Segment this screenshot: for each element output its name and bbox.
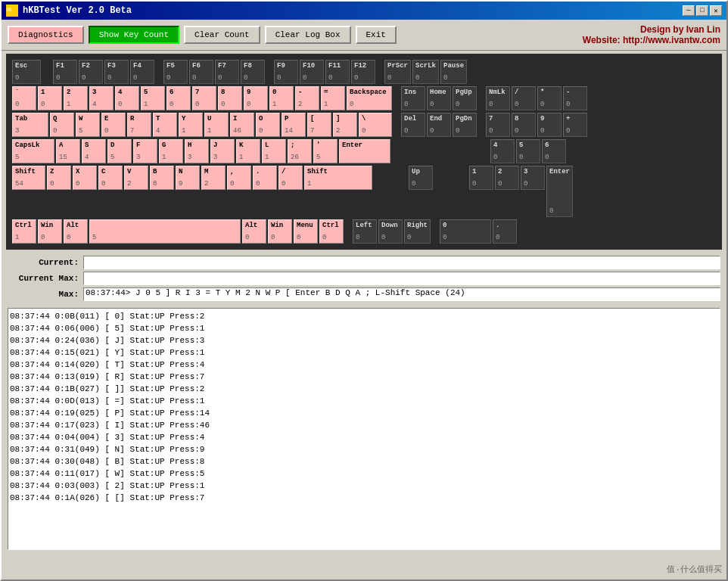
key-b[interactable]: B8 [150,166,174,190]
key-g[interactable]: G1 [159,139,183,163]
key-n[interactable]: N9 [176,166,200,190]
key-numdot[interactable]: .0 [493,219,517,244]
key-numslash[interactable]: /0 [512,86,536,110]
key-1[interactable]: 10 [38,86,62,110]
key-down[interactable]: Down0 [378,219,403,244]
key-f11[interactable]: F110 [325,60,350,84]
key-backtick[interactable]: `0 [12,86,36,110]
key-a[interactable]: A15 [56,139,80,163]
key-num7[interactable]: 70 [486,113,510,137]
key-e[interactable]: E0 [101,113,126,137]
key-f2[interactable]: F20 [79,60,103,84]
key-7[interactable]: 70 [192,86,216,110]
maximize-button[interactable]: □ [696,5,708,16]
key-j[interactable]: J3 [210,139,235,163]
key-left[interactable]: Left0 [353,219,377,244]
key-6[interactable]: 60 [166,86,191,110]
key-semicolon[interactable]: ;26 [288,139,312,163]
key-lshift[interactable]: Shift54 [12,166,45,190]
key-slash[interactable]: /0 [278,166,303,190]
key-m[interactable]: M2 [201,166,226,190]
key-lalt[interactable]: Alt0 [64,219,88,244]
key-num3[interactable]: 30 [521,166,545,190]
key-rbracket[interactable]: ]2 [333,113,357,137]
key-f4[interactable]: F40 [130,60,154,84]
key-prtscr[interactable]: PrScr0 [384,60,411,84]
key-rshift[interactable]: Shift1 [304,166,372,190]
key-f8[interactable]: F80 [241,60,265,84]
key-2[interactable]: 21 [64,86,88,110]
key-k[interactable]: K1 [236,139,260,163]
key-l[interactable]: L1 [262,139,286,163]
key-x[interactable]: X0 [73,166,97,190]
current-max-input[interactable] [83,272,720,285]
key-up[interactable]: Up0 [409,166,433,190]
exit-button[interactable]: Exit [356,26,397,44]
key-f6[interactable]: F60 [189,60,213,84]
key-right[interactable]: Right0 [404,219,431,244]
key-menu[interactable]: Menu0 [294,219,318,244]
key-f10[interactable]: F100 [300,60,324,84]
key-f12[interactable]: F120 [351,60,375,84]
show-key-count-button[interactable]: Show Key Count [89,26,179,44]
key-i[interactable]: I46 [230,113,254,137]
key-backspace[interactable]: Backspace0 [347,86,392,110]
key-ralt[interactable]: Alt0 [242,219,266,244]
key-del[interactable]: Del0 [401,113,425,137]
key-minus[interactable]: -2 [295,86,319,110]
key-num5[interactable]: 50 [516,139,540,163]
key-q[interactable]: Q0 [50,113,74,137]
clear-log-box-button[interactable]: Clear Log Box [265,26,351,44]
key-0[interactable]: 01 [269,86,294,110]
key-numstar[interactable]: *0 [537,86,562,110]
key-p[interactable]: P14 [282,113,306,137]
key-num2[interactable]: 20 [495,166,519,190]
key-t[interactable]: T4 [153,113,177,137]
key-z[interactable]: Z0 [47,166,71,190]
key-f7[interactable]: F70 [215,60,239,84]
max-input[interactable]: 08:37:44> J 0 5 ] R I 3 = T Y M 2 N W P … [83,287,720,301]
log-area[interactable]: 08:37:44 0:0B(011) [ 0] Stat:UP Press:20… [8,308,720,550]
key-u[interactable]: U1 [204,113,229,137]
key-w[interactable]: W5 [76,113,100,137]
key-pgup[interactable]: PgUp0 [453,86,477,110]
key-backslash[interactable]: \0 [359,113,392,137]
key-lctrl[interactable]: Ctrl1 [12,219,36,244]
close-button[interactable]: ✕ [710,5,722,16]
key-y[interactable]: Y1 [179,113,203,137]
key-f5[interactable]: F50 [163,60,188,84]
key-s[interactable]: S4 [82,139,106,163]
key-numenter[interactable]: Enter0 [546,166,573,217]
key-scrlk[interactable]: ScrLk0 [412,60,439,84]
key-capslock[interactable]: CapsLk5 [12,139,54,163]
key-tab[interactable]: Tab3 [12,113,48,137]
key-num4[interactable]: 40 [490,139,515,163]
key-4[interactable]: 40 [115,86,139,110]
key-numminus[interactable]: -0 [563,86,587,110]
key-8[interactable]: 80 [218,86,242,110]
key-num1[interactable]: 10 [469,166,493,190]
key-v[interactable]: V2 [124,166,148,190]
key-f3[interactable]: F30 [104,60,129,84]
key-ins[interactable]: Ins0 [401,86,425,110]
key-5[interactable]: 51 [141,86,165,110]
minimize-button[interactable]: — [683,5,695,16]
key-esc[interactable]: Esc0 [12,60,41,84]
key-d[interactable]: D5 [107,139,132,163]
key-rwin[interactable]: Win0 [268,219,292,244]
clear-count-button[interactable]: Clear Count [184,26,260,44]
key-pgdn[interactable]: PgDn0 [453,113,477,137]
key-c[interactable]: C0 [98,166,123,190]
key-equals[interactable]: =1 [321,86,345,110]
key-home[interactable]: Home0 [427,86,451,110]
key-num8[interactable]: 80 [512,113,536,137]
key-rctrl[interactable]: Ctrl0 [319,219,344,244]
key-num6[interactable]: 60 [542,139,566,163]
key-f1[interactable]: F10 [53,60,77,84]
diagnostics-button[interactable]: Diagnostics [8,26,84,44]
key-numlk[interactable]: NmLk0 [486,86,510,110]
key-r[interactable]: R7 [127,113,151,137]
key-lwin[interactable]: Win0 [38,219,62,244]
key-quote[interactable]: '5 [313,139,338,163]
key-num0[interactable]: 00 [440,219,491,244]
